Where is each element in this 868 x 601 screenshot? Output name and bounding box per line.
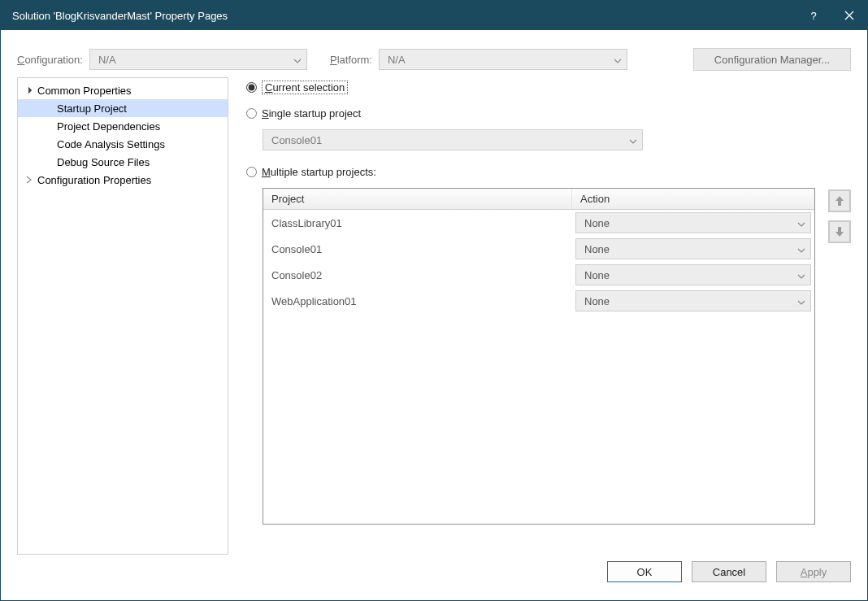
action-combo[interactable]: None <box>575 290 811 311</box>
configuration-combo[interactable]: N/A <box>89 49 307 70</box>
close-button[interactable] <box>831 1 867 30</box>
caret-right-icon <box>23 174 34 185</box>
table-row[interactable]: Console02 None <box>263 262 814 288</box>
tree-node-code-analysis-settings[interactable]: Code Analysis Settings <box>18 135 228 153</box>
cell-project: ClassLibrary01 <box>263 217 572 229</box>
cancel-button[interactable]: Cancel <box>692 561 766 582</box>
tree-node-common-properties[interactable]: Common Properties <box>18 81 228 99</box>
startup-project-pane: Current selection Single startup project… <box>228 77 851 555</box>
table-header: Project Action <box>263 189 814 210</box>
platform-value: N/A <box>388 54 406 66</box>
chevron-down-icon <box>797 243 805 255</box>
table-row[interactable]: WebApplication01 None <box>263 288 814 314</box>
titlebar: Solution 'BlogKrisvanderMast' Property P… <box>1 1 867 30</box>
help-icon: ? <box>810 10 816 22</box>
reorder-buttons <box>828 188 851 243</box>
header-action: Action <box>572 189 814 209</box>
radio-multiple-startup[interactable]: Multiple startup projects: <box>246 162 851 181</box>
radio-multiple-startup-label: Multiple startup projects: <box>262 166 376 178</box>
action-combo[interactable]: None <box>575 212 811 233</box>
startup-projects-table[interactable]: Project Action ClassLibrary01 None <box>263 188 815 525</box>
action-combo[interactable]: None <box>575 264 811 285</box>
single-startup-combo-wrap: Console01 <box>263 129 643 150</box>
close-icon <box>844 11 854 20</box>
apply-button[interactable]: Apply <box>776 561 851 582</box>
tree-node-startup-project[interactable]: Startup Project <box>18 99 228 117</box>
ok-button[interactable]: OK <box>607 561 682 582</box>
configuration-label: Configuration: <box>17 54 83 66</box>
configuration-value: N/A <box>98 54 116 66</box>
arrow-down-icon <box>835 226 844 237</box>
chevron-down-icon <box>614 54 622 66</box>
tree-node-project-dependencies[interactable]: Project Dependencies <box>18 117 228 135</box>
chevron-down-icon <box>797 295 805 307</box>
cell-project: Console02 <box>263 269 572 281</box>
cell-project: WebApplication01 <box>263 295 572 307</box>
action-combo[interactable]: None <box>575 238 811 259</box>
table-row[interactable]: Console01 None <box>263 236 814 262</box>
radio-single-startup-label: Single startup project <box>262 107 361 120</box>
radio-single-startup-input[interactable] <box>246 108 257 119</box>
arrow-up-icon <box>835 195 844 207</box>
single-startup-value: Console01 <box>271 134 322 146</box>
radio-single-startup[interactable]: Single startup project <box>246 103 851 123</box>
tree-node-debug-source-files[interactable]: Debug Source Files <box>18 153 228 171</box>
radio-current-selection[interactable]: Current selection <box>246 77 851 97</box>
dialog-footer: OK Cancel Apply <box>1 555 867 600</box>
multiple-startup-area: Project Action ClassLibrary01 None <box>263 188 851 555</box>
caret-down-icon <box>23 85 34 96</box>
move-up-button[interactable] <box>828 189 851 212</box>
platform-label: Platform: <box>330 54 372 66</box>
chevron-down-icon <box>293 54 302 66</box>
radio-current-selection-label: Current selection <box>262 81 348 94</box>
radio-multiple-startup-input[interactable] <box>246 167 257 177</box>
table-row[interactable]: ClassLibrary01 None <box>263 210 814 236</box>
dialog-window: Solution 'BlogKrisvanderMast' Property P… <box>0 0 868 601</box>
chevron-down-icon <box>797 269 805 281</box>
configuration-row: Configuration: N/A Platform: N/A Configu… <box>1 30 867 77</box>
move-down-button[interactable] <box>828 220 851 243</box>
nav-tree[interactable]: Common Properties Startup Project Projec… <box>17 77 228 555</box>
help-button[interactable]: ? <box>796 1 831 30</box>
window-title: Solution 'BlogKrisvanderMast' Property P… <box>12 10 796 22</box>
chevron-down-icon <box>797 217 805 229</box>
radio-current-selection-input[interactable] <box>246 82 257 93</box>
chevron-down-icon <box>629 134 637 146</box>
cell-project: Console01 <box>263 243 572 255</box>
body: Common Properties Startup Project Projec… <box>1 77 867 555</box>
header-project: Project <box>263 189 572 209</box>
tree-node-configuration-properties[interactable]: Configuration Properties <box>18 171 228 189</box>
configuration-manager-button[interactable]: Configuration Manager... <box>693 48 851 71</box>
platform-combo[interactable]: N/A <box>379 49 627 70</box>
single-startup-combo[interactable]: Console01 <box>263 129 643 150</box>
